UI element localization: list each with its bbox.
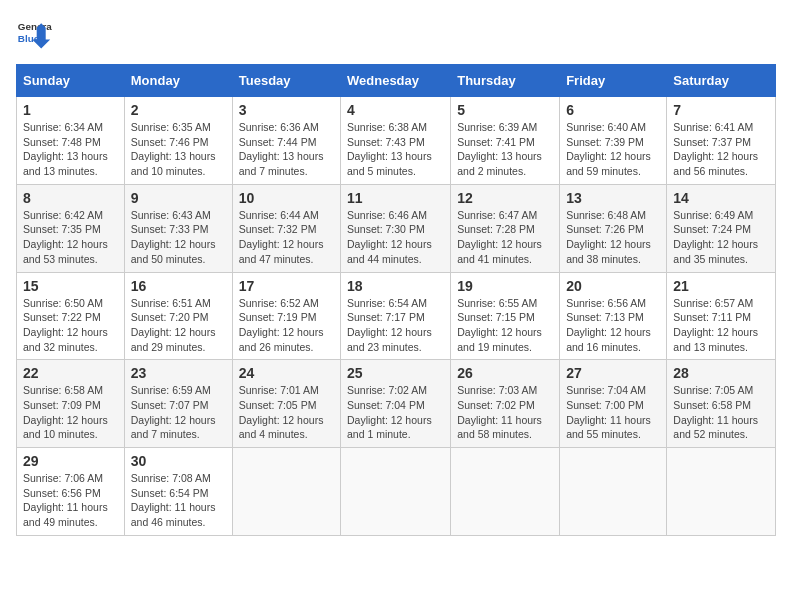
day-number: 1 <box>23 102 118 118</box>
day-number: 10 <box>239 190 334 206</box>
day-info: Sunrise: 6:48 AM Sunset: 7:26 PM Dayligh… <box>566 208 660 267</box>
weekday-header-saturday: Saturday <box>667 65 776 97</box>
calendar-cell: 1Sunrise: 6:34 AM Sunset: 7:48 PM Daylig… <box>17 97 125 185</box>
day-number: 11 <box>347 190 444 206</box>
calendar-cell: 30Sunrise: 7:08 AM Sunset: 6:54 PM Dayli… <box>124 448 232 536</box>
calendar-cell: 18Sunrise: 6:54 AM Sunset: 7:17 PM Dayli… <box>341 272 451 360</box>
day-number: 2 <box>131 102 226 118</box>
day-info: Sunrise: 6:51 AM Sunset: 7:20 PM Dayligh… <box>131 296 226 355</box>
calendar-table: SundayMondayTuesdayWednesdayThursdayFrid… <box>16 64 776 536</box>
day-number: 15 <box>23 278 118 294</box>
day-info: Sunrise: 6:38 AM Sunset: 7:43 PM Dayligh… <box>347 120 444 179</box>
page-header: General Blue <box>16 16 776 52</box>
day-info: Sunrise: 6:43 AM Sunset: 7:33 PM Dayligh… <box>131 208 226 267</box>
calendar-cell: 4Sunrise: 6:38 AM Sunset: 7:43 PM Daylig… <box>341 97 451 185</box>
calendar-cell <box>451 448 560 536</box>
calendar-cell: 15Sunrise: 6:50 AM Sunset: 7:22 PM Dayli… <box>17 272 125 360</box>
calendar-cell: 5Sunrise: 6:39 AM Sunset: 7:41 PM Daylig… <box>451 97 560 185</box>
day-info: Sunrise: 6:35 AM Sunset: 7:46 PM Dayligh… <box>131 120 226 179</box>
day-number: 19 <box>457 278 553 294</box>
day-info: Sunrise: 7:03 AM Sunset: 7:02 PM Dayligh… <box>457 383 553 442</box>
day-info: Sunrise: 7:05 AM Sunset: 6:58 PM Dayligh… <box>673 383 769 442</box>
calendar-cell: 20Sunrise: 6:56 AM Sunset: 7:13 PM Dayli… <box>560 272 667 360</box>
calendar-cell: 9Sunrise: 6:43 AM Sunset: 7:33 PM Daylig… <box>124 184 232 272</box>
calendar-cell: 26Sunrise: 7:03 AM Sunset: 7:02 PM Dayli… <box>451 360 560 448</box>
calendar-cell: 12Sunrise: 6:47 AM Sunset: 7:28 PM Dayli… <box>451 184 560 272</box>
day-info: Sunrise: 6:54 AM Sunset: 7:17 PM Dayligh… <box>347 296 444 355</box>
day-number: 13 <box>566 190 660 206</box>
weekday-header-tuesday: Tuesday <box>232 65 340 97</box>
calendar-cell: 10Sunrise: 6:44 AM Sunset: 7:32 PM Dayli… <box>232 184 340 272</box>
calendar-cell: 6Sunrise: 6:40 AM Sunset: 7:39 PM Daylig… <box>560 97 667 185</box>
logo-icon: General Blue <box>16 16 52 52</box>
weekday-header-sunday: Sunday <box>17 65 125 97</box>
day-info: Sunrise: 7:08 AM Sunset: 6:54 PM Dayligh… <box>131 471 226 530</box>
day-info: Sunrise: 6:50 AM Sunset: 7:22 PM Dayligh… <box>23 296 118 355</box>
calendar-cell: 19Sunrise: 6:55 AM Sunset: 7:15 PM Dayli… <box>451 272 560 360</box>
day-number: 23 <box>131 365 226 381</box>
calendar-cell: 11Sunrise: 6:46 AM Sunset: 7:30 PM Dayli… <box>341 184 451 272</box>
calendar-cell: 24Sunrise: 7:01 AM Sunset: 7:05 PM Dayli… <box>232 360 340 448</box>
day-number: 14 <box>673 190 769 206</box>
day-info: Sunrise: 7:02 AM Sunset: 7:04 PM Dayligh… <box>347 383 444 442</box>
calendar-cell: 7Sunrise: 6:41 AM Sunset: 7:37 PM Daylig… <box>667 97 776 185</box>
calendar-cell: 28Sunrise: 7:05 AM Sunset: 6:58 PM Dayli… <box>667 360 776 448</box>
calendar-week-row: 8Sunrise: 6:42 AM Sunset: 7:35 PM Daylig… <box>17 184 776 272</box>
day-number: 21 <box>673 278 769 294</box>
day-number: 4 <box>347 102 444 118</box>
day-info: Sunrise: 6:34 AM Sunset: 7:48 PM Dayligh… <box>23 120 118 179</box>
day-number: 26 <box>457 365 553 381</box>
day-info: Sunrise: 6:42 AM Sunset: 7:35 PM Dayligh… <box>23 208 118 267</box>
day-number: 12 <box>457 190 553 206</box>
day-info: Sunrise: 6:59 AM Sunset: 7:07 PM Dayligh… <box>131 383 226 442</box>
day-info: Sunrise: 6:40 AM Sunset: 7:39 PM Dayligh… <box>566 120 660 179</box>
calendar-cell: 3Sunrise: 6:36 AM Sunset: 7:44 PM Daylig… <box>232 97 340 185</box>
weekday-header-friday: Friday <box>560 65 667 97</box>
svg-text:General: General <box>18 21 52 32</box>
calendar-cell: 23Sunrise: 6:59 AM Sunset: 7:07 PM Dayli… <box>124 360 232 448</box>
calendar-week-row: 29Sunrise: 7:06 AM Sunset: 6:56 PM Dayli… <box>17 448 776 536</box>
calendar-cell <box>667 448 776 536</box>
day-number: 6 <box>566 102 660 118</box>
calendar-cell: 8Sunrise: 6:42 AM Sunset: 7:35 PM Daylig… <box>17 184 125 272</box>
day-number: 20 <box>566 278 660 294</box>
day-number: 8 <box>23 190 118 206</box>
day-info: Sunrise: 6:47 AM Sunset: 7:28 PM Dayligh… <box>457 208 553 267</box>
day-number: 5 <box>457 102 553 118</box>
calendar-week-row: 15Sunrise: 6:50 AM Sunset: 7:22 PM Dayli… <box>17 272 776 360</box>
day-number: 30 <box>131 453 226 469</box>
calendar-cell: 27Sunrise: 7:04 AM Sunset: 7:00 PM Dayli… <box>560 360 667 448</box>
weekday-header-wednesday: Wednesday <box>341 65 451 97</box>
logo: General Blue <box>16 16 52 52</box>
day-number: 16 <box>131 278 226 294</box>
calendar-week-row: 22Sunrise: 6:58 AM Sunset: 7:09 PM Dayli… <box>17 360 776 448</box>
day-number: 28 <box>673 365 769 381</box>
calendar-cell: 2Sunrise: 6:35 AM Sunset: 7:46 PM Daylig… <box>124 97 232 185</box>
day-number: 22 <box>23 365 118 381</box>
day-number: 3 <box>239 102 334 118</box>
day-number: 18 <box>347 278 444 294</box>
day-number: 29 <box>23 453 118 469</box>
day-info: Sunrise: 7:06 AM Sunset: 6:56 PM Dayligh… <box>23 471 118 530</box>
day-number: 9 <box>131 190 226 206</box>
day-info: Sunrise: 6:36 AM Sunset: 7:44 PM Dayligh… <box>239 120 334 179</box>
day-info: Sunrise: 6:44 AM Sunset: 7:32 PM Dayligh… <box>239 208 334 267</box>
calendar-cell <box>560 448 667 536</box>
calendar-cell: 13Sunrise: 6:48 AM Sunset: 7:26 PM Dayli… <box>560 184 667 272</box>
weekday-header-monday: Monday <box>124 65 232 97</box>
calendar-cell <box>341 448 451 536</box>
day-info: Sunrise: 6:41 AM Sunset: 7:37 PM Dayligh… <box>673 120 769 179</box>
day-info: Sunrise: 7:04 AM Sunset: 7:00 PM Dayligh… <box>566 383 660 442</box>
calendar-cell: 16Sunrise: 6:51 AM Sunset: 7:20 PM Dayli… <box>124 272 232 360</box>
calendar-cell: 14Sunrise: 6:49 AM Sunset: 7:24 PM Dayli… <box>667 184 776 272</box>
day-number: 27 <box>566 365 660 381</box>
day-info: Sunrise: 6:49 AM Sunset: 7:24 PM Dayligh… <box>673 208 769 267</box>
day-info: Sunrise: 6:39 AM Sunset: 7:41 PM Dayligh… <box>457 120 553 179</box>
day-number: 17 <box>239 278 334 294</box>
calendar-cell: 22Sunrise: 6:58 AM Sunset: 7:09 PM Dayli… <box>17 360 125 448</box>
calendar-cell: 17Sunrise: 6:52 AM Sunset: 7:19 PM Dayli… <box>232 272 340 360</box>
day-info: Sunrise: 6:56 AM Sunset: 7:13 PM Dayligh… <box>566 296 660 355</box>
day-info: Sunrise: 7:01 AM Sunset: 7:05 PM Dayligh… <box>239 383 334 442</box>
calendar-cell: 21Sunrise: 6:57 AM Sunset: 7:11 PM Dayli… <box>667 272 776 360</box>
weekday-header-thursday: Thursday <box>451 65 560 97</box>
